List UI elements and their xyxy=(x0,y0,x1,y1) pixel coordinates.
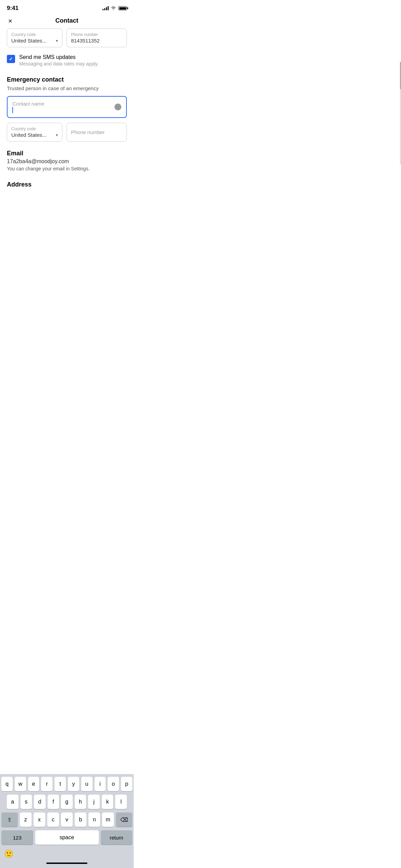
emergency-sub: Trusted person in case of an emergency xyxy=(7,85,127,91)
checkbox-checked-icon[interactable] xyxy=(7,55,15,63)
text-cursor xyxy=(12,107,13,113)
status-icons xyxy=(102,6,127,10)
emergency-country-select[interactable]: Country code United States... ▾ xyxy=(7,123,62,142)
email-note: You can change your email in Settings. xyxy=(7,166,127,171)
emergency-country-label: Country code xyxy=(11,126,58,131)
emergency-country-value: United States... xyxy=(11,132,47,138)
close-button[interactable]: × xyxy=(7,16,14,26)
address-label: Address xyxy=(7,181,127,188)
email-value: 17a2ba4a@moodjoy.com xyxy=(7,158,127,165)
country-code-label-top: Country code xyxy=(11,32,58,37)
country-code-value-top: United States... xyxy=(11,38,47,44)
chevron-down-icon: ▾ xyxy=(56,38,58,43)
email-section: Email 17a2ba4a@moodjoy.com You can chang… xyxy=(7,150,127,171)
wifi-icon xyxy=(111,6,116,10)
emergency-chevron-down-icon: ▾ xyxy=(56,133,58,137)
page-header: × Contact xyxy=(0,14,134,28)
status-time: 9:41 xyxy=(7,5,19,12)
emergency-phone-placeholder: Phone number xyxy=(71,129,105,135)
emergency-phone-input[interactable]: Phone number xyxy=(66,123,127,142)
page-title: Contact xyxy=(56,17,78,24)
phone-row-top: Country code United States... ▾ Phone nu… xyxy=(7,28,127,47)
phone-input-top[interactable]: Phone number 8143511352 xyxy=(66,28,127,47)
sms-checkbox[interactable] xyxy=(7,55,15,63)
emergency-heading: Emergency contact xyxy=(7,76,127,83)
sms-label: Send me SMS updates xyxy=(19,54,99,60)
emergency-phone-row: Country code United States... ▾ Phone nu… xyxy=(7,123,127,142)
signal-icon xyxy=(102,6,109,10)
contact-name-field[interactable]: Contact name xyxy=(7,96,127,118)
address-section: Address xyxy=(7,181,127,188)
sms-section: Send me SMS updates Messaging and data r… xyxy=(7,54,127,67)
phone-label-top: Phone number xyxy=(71,32,122,37)
emergency-section: Emergency contact Trusted person in case… xyxy=(7,76,127,142)
scroll-content: Country code United States... ▾ Phone nu… xyxy=(0,28,134,281)
clear-input-button[interactable] xyxy=(114,104,121,110)
status-bar: 9:41 xyxy=(0,0,134,14)
email-label: Email xyxy=(7,150,127,157)
contact-name-placeholder: Contact name xyxy=(12,101,44,107)
sms-note: Messaging and data rates may apply. xyxy=(19,61,99,67)
country-code-select-top[interactable]: Country code United States... ▾ xyxy=(7,28,62,47)
phone-value-top: 8143511352 xyxy=(71,38,122,44)
battery-icon xyxy=(118,6,127,10)
